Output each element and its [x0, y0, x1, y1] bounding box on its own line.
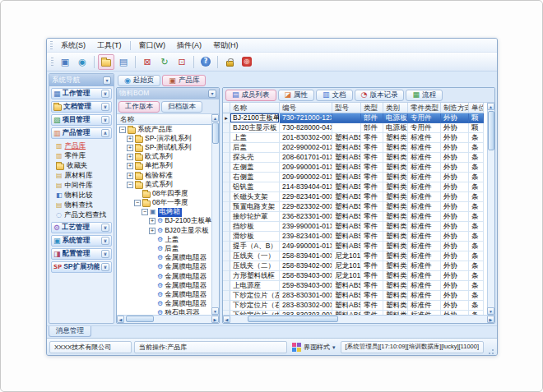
table-row[interactable]: 后盖202-990002-01X塑料ABS零件塑料类标准件外协条 [223, 143, 487, 153]
table-horizontal-scrollbar[interactable] [223, 315, 494, 323]
scrollbar-thumb[interactable] [126, 316, 154, 322]
expand-icon[interactable]: + [127, 136, 133, 142]
pin-icon[interactable]: ▾ [208, 90, 216, 98]
menu-item[interactable]: 插件(A) [171, 39, 207, 52]
window-grid-button[interactable]: ▤ [115, 54, 132, 70]
pin-icon[interactable]: ▾ [103, 76, 111, 85]
tree-node[interactable]: 08年四季度 [117, 189, 211, 198]
collapse-icon[interactable]: − [119, 127, 126, 133]
sidebar-group-header[interactable]: ▦工作管理∨ [51, 88, 112, 99]
table-vertical-scrollbar[interactable] [487, 103, 494, 315]
scroll-down-icon[interactable] [487, 307, 494, 315]
sidebar-item[interactable]: ▤物料查找 [56, 201, 112, 210]
menu-item[interactable]: 帮助(H) [207, 39, 244, 52]
tree-node[interactable]: ⚙金属膜电阻器 [117, 254, 211, 263]
menu-item[interactable]: 窗口(W) [133, 39, 172, 52]
table-row[interactable]: 铝钒盖214-839404-01X塑料ABS零件塑料类标准件外协条 [223, 182, 487, 192]
resize-grip[interactable] [487, 348, 494, 355]
power-button[interactable]: ◎ [239, 54, 255, 70]
table-row[interactable]: 压线夹（一）258-839401-00X尼龙1010零件塑料类标准件外协条 [223, 251, 487, 261]
table-row[interactable]: 下纱定位片（左）283-830301-00X塑料ABS零件塑料类标准件外协条 [223, 291, 487, 301]
expand-icon[interactable]: + [127, 154, 133, 160]
chevron-down-icon[interactable]: ∨ [101, 263, 109, 271]
tree-node[interactable]: −08年一季度 [117, 199, 211, 208]
collapse-icon[interactable]: − [142, 209, 148, 215]
column-header[interactable]: 单位 [469, 103, 484, 113]
column-header[interactable]: 制造方式 [441, 103, 469, 113]
chevron-down-icon[interactable]: ∨ [101, 116, 109, 124]
expand-icon[interactable]: + [127, 163, 133, 169]
message-panel-tab[interactable]: 消息管理 [49, 326, 91, 337]
table-row[interactable]: 预置电路支架229-823302-00X塑料ABS零件塑料类标准件外协条 [223, 202, 487, 212]
sidebar-group-header[interactable]: ▣系统管理∨ [51, 235, 112, 247]
tree-node[interactable]: +单把系列 [117, 162, 211, 171]
sidebar-item[interactable]: ▤原材料库 [56, 171, 112, 181]
table-row[interactable]: 右侧盖209-990002-01X塑料ABS零件塑料类标准件外协条 [223, 173, 487, 182]
detail-tab[interactable]: ▥文档 [316, 90, 353, 101]
bom-version-tab[interactable]: 工作版本 [118, 101, 160, 113]
window-go-button[interactable]: ⊡ [174, 54, 190, 70]
expand-icon[interactable]: + [149, 228, 155, 234]
table-row[interactable]: 提手（A、B）249-990001-01X塑料ABS零件塑料类标准件外协条 [223, 242, 487, 251]
tree-vertical-scrollbar[interactable] [211, 114, 219, 315]
scroll-left-icon[interactable] [223, 316, 230, 323]
sidebar-item[interactable]: 收藏夹 [56, 161, 112, 171]
document-tab[interactable]: ◉起始页 [118, 75, 160, 86]
tree-node[interactable]: ⚙独石电容器 [117, 309, 211, 315]
folder-open-button[interactable] [98, 54, 114, 70]
column-header[interactable]: 类别 [383, 103, 408, 113]
table-row[interactable]: 方形塑料线框258-839403-00X尼龙1010零件塑料类标准件外协条 [223, 271, 487, 281]
globe-button[interactable]: ◉ [74, 54, 90, 70]
collapse-icon[interactable]: − [127, 182, 133, 188]
tree-node[interactable]: +⚙BJ20主显示板 [117, 226, 211, 235]
sidebar-item[interactable]: ▥产品库 [56, 141, 112, 151]
menu-item[interactable]: 工具(T) [91, 39, 128, 52]
document-tab[interactable]: ▣产品库 [162, 75, 206, 86]
table-row[interactable]: 上电源座259-839403-00X塑料ABS零件塑料类标准件外协条 [223, 281, 487, 291]
scrollbar-thumb[interactable] [488, 111, 494, 150]
column-header[interactable]: 名称 [230, 103, 280, 113]
window-close-button[interactable]: ⊠ [139, 54, 155, 70]
column-header[interactable]: 编号 [280, 103, 332, 113]
tree-node[interactable]: ⚙后盖 [117, 244, 211, 253]
lock-button[interactable] [221, 54, 238, 70]
sidebar-group-header[interactable]: SPSP扩展功能∨ [51, 261, 112, 273]
menu-item[interactable]: 系统(S) [55, 39, 91, 52]
scrollbar-thumb[interactable] [248, 316, 338, 322]
expand-icon[interactable]: + [127, 145, 133, 151]
tree-node[interactable]: +检验标准 [117, 171, 211, 180]
chevron-down-icon[interactable]: ∨ [101, 90, 109, 98]
detail-tab[interactable]: ▤成员列表 [225, 90, 276, 101]
chevron-down-icon[interactable]: ∨ [101, 237, 109, 245]
table-row[interactable]: 探头壳208-601701-01X塑料ABS零件塑料类标准件外协条 [223, 153, 487, 163]
scroll-down-icon[interactable] [211, 307, 219, 315]
sidebar-group-header[interactable]: ◨配置管理∨ [51, 248, 112, 260]
table-row[interactable]: BJ20主显示板730-828000-04X部件电源板专用件外协颗 [223, 123, 487, 133]
table-row[interactable]: 左侧盖209-990001-01X塑料ABS零件塑料类标准件外协条 [223, 163, 487, 173]
tree-column-header[interactable]: 名称 [117, 114, 211, 125]
scroll-up-icon[interactable] [211, 114, 219, 122]
table-row[interactable]: 压线夹（二）258-839402-00X尼龙1010零件塑料类标准件外协条 [223, 261, 487, 271]
sidebar-item[interactable]: ▤中间件库 [56, 181, 112, 191]
tree-node[interactable]: −美式系列 [117, 180, 211, 189]
ui-style-selector[interactable]: 界面样式 [290, 343, 338, 352]
detail-tab[interactable]: ▦流程 [406, 90, 443, 101]
chevron-down-icon[interactable]: ∨ [101, 250, 109, 258]
column-header[interactable]: 型号 [332, 103, 361, 113]
sidebar-item[interactable]: ◧物料比较 [56, 191, 112, 201]
sidebar-item[interactable]: ◌产品文档查找 [56, 210, 112, 220]
sidebar-group-header[interactable]: 文档管理∨ [51, 101, 112, 113]
help-button[interactable]: ? [197, 54, 214, 70]
scroll-right-icon[interactable] [487, 316, 494, 323]
table-row[interactable]: 上盖201-830302-00X塑料ABS零件塑料类标准件外协条 [223, 133, 487, 143]
tree-node[interactable]: ⚙金属膜电阻器 [117, 272, 211, 281]
tree-node[interactable]: ⚙金属膜电阻器 [117, 281, 211, 290]
chevron-down-icon[interactable]: ∨ [101, 224, 109, 232]
tree-horizontal-scrollbar[interactable] [117, 315, 219, 323]
tree-node[interactable]: +⚙BJ-2100主板单点 [117, 217, 211, 226]
tree-node[interactable]: ⚙上盖 [117, 235, 211, 244]
tree-node[interactable]: +欧式系列 [117, 153, 211, 162]
sidebar-group-header[interactable]: ▧项目管理∨ [51, 114, 112, 126]
chevron-up-icon[interactable]: ∧ [101, 129, 109, 137]
expand-icon[interactable]: + [149, 218, 155, 224]
